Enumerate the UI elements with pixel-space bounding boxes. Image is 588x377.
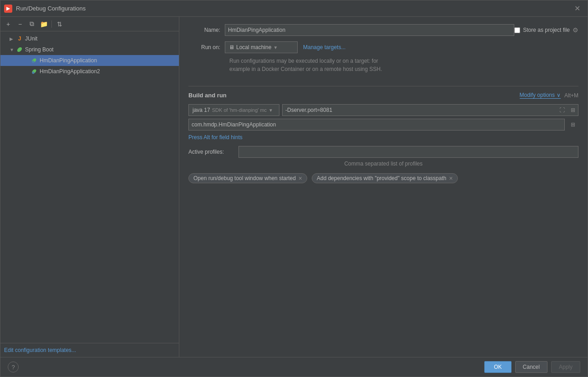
close-button[interactable]: ✕ — [571, 2, 584, 15]
add-config-button[interactable]: + — [3, 19, 13, 29]
main-class-input[interactable] — [188, 119, 565, 131]
java-dropdown-arrow-icon: ▼ — [269, 108, 273, 113]
main-content: + − ⧉ 📁 ⇅ ▶ J — [0, 17, 588, 357]
sidebar-item-hmdianping2[interactable]: HmDianPingApplication2 — [0, 66, 179, 77]
svg-point-4 — [32, 72, 35, 74]
sidebar-item-junit-label: JUnit — [25, 35, 37, 42]
action-buttons: OK Cancel Apply — [484, 361, 580, 373]
ok-button[interactable]: OK — [484, 361, 511, 373]
manage-targets-link[interactable]: Manage targets... — [303, 44, 345, 50]
local-machine-icon: 🖥 — [229, 44, 234, 50]
sort-button[interactable]: ⇅ — [55, 19, 65, 29]
store-project-checkbox[interactable] — [514, 27, 520, 33]
sidebar-item-junit[interactable]: ▶ J JUnit — [0, 33, 179, 44]
sidebar-footer: Edit configuration templates... — [0, 343, 179, 357]
run-on-label: Run on: — [188, 44, 225, 50]
run-on-value: Local machine — [236, 44, 271, 50]
profiles-hint: Comma separated list of profiles — [188, 161, 578, 167]
modify-options-chevron: ∨ — [557, 92, 561, 98]
copy-config-button[interactable]: ⧉ — [27, 19, 37, 29]
sidebar-item-springboot-label: Spring Boot — [25, 46, 54, 53]
junit-icon: J — [16, 35, 23, 42]
sidebar: + − ⧉ 📁 ⇅ ▶ J — [0, 17, 179, 357]
modify-options-button[interactable]: Modify options ∨ — [520, 92, 561, 99]
section-divider-1 — [188, 86, 578, 86]
main-class-row: ⊞ — [188, 119, 578, 131]
dialog-title: Run/Debug Configurations — [16, 5, 571, 12]
edit-templates-link[interactable]: Edit configuration templates... — [4, 347, 76, 353]
modify-options-label: Modify options — [520, 92, 555, 98]
help-button[interactable]: ? — [8, 362, 19, 372]
springboot-icon — [16, 46, 23, 53]
chevron-down-icon: ▼ — [10, 47, 15, 52]
tag-add-dependencies: Add dependencies with "provided" scope t… — [312, 173, 458, 183]
bottom-bar: ? OK Cancel Apply — [0, 357, 588, 377]
tag-add-dependencies-close[interactable]: × — [449, 175, 453, 181]
cancel-button[interactable]: Cancel — [515, 361, 547, 373]
store-project-row: Store as project file ⚙ — [514, 26, 578, 34]
sidebar-tree: ▶ J JUnit ▼ Spring Boot — [0, 31, 179, 343]
title-bar: ▶ Run/Debug Configurations ✕ — [0, 0, 588, 17]
sidebar-item-hmdianping2-label: HmDianPingApplication2 — [40, 68, 100, 75]
vm-options-input[interactable] — [282, 104, 578, 116]
active-profiles-row: Active profiles: — [188, 146, 578, 158]
tag-add-dependencies-label: Add dependencies with "provided" scope t… — [317, 175, 446, 181]
toolbar-separator — [51, 20, 52, 28]
tag-open-run-debug-close[interactable]: × — [299, 175, 302, 181]
store-project-gear-icon[interactable]: ⚙ — [573, 26, 578, 34]
build-run-title: Build and run — [188, 92, 227, 99]
sidebar-item-hmdianping-label: HmDianPingApplication — [40, 57, 97, 64]
app-icon: ▶ — [4, 5, 12, 13]
java-sdk-dropdown[interactable]: java 17 SDK of 'hm-dianping' mc ▼ — [188, 104, 279, 116]
vm-options-wrap: ⊞ ⛶ — [282, 104, 578, 116]
field-hint: Press Alt for field hints — [188, 134, 578, 141]
tag-open-run-debug: Open run/debug tool window when started … — [188, 173, 307, 183]
save-folder-button[interactable]: 📁 — [39, 19, 49, 29]
right-panel: Name: Store as project file ⚙ Run on: 🖥 … — [179, 17, 588, 357]
build-row1: java 17 SDK of 'hm-dianping' mc ▼ ⊞ ⛶ — [188, 104, 578, 116]
java-sdk-detail: SDK of 'hm-dianping' mc — [212, 107, 267, 113]
config-run2-icon — [30, 68, 38, 75]
run-on-row: Run on: 🖥 Local machine ▼ Manage targets… — [188, 41, 578, 53]
run-on-dropdown[interactable]: 🖥 Local machine ▼ — [225, 41, 298, 53]
sidebar-item-springboot[interactable]: ▼ Spring Boot — [0, 44, 179, 55]
config-run-icon — [30, 57, 38, 64]
name-label: Name: — [188, 27, 225, 33]
svg-point-0 — [16, 46, 23, 53]
vm-options-fullscreen-icon[interactable]: ⛶ — [557, 104, 568, 116]
build-run-header: Build and run Modify options ∨ Alt+M — [188, 92, 578, 100]
active-profiles-input[interactable] — [238, 146, 578, 158]
modify-options-shortcut: Alt+M — [564, 92, 578, 99]
run-debug-configurations-dialog: ▶ Run/Debug Configurations ✕ + − ⧉ 📁 — [0, 0, 588, 377]
main-class-expand-icon[interactable]: ⊞ — [568, 119, 578, 131]
store-project-label: Store as project file — [523, 27, 570, 33]
tags-row: Open run/debug tool window when started … — [188, 173, 578, 183]
sidebar-toolbar: + − ⧉ 📁 ⇅ — [0, 17, 179, 31]
java-sdk-label: java 17 — [193, 107, 210, 113]
run-hint-text: Run configurations may be executed local… — [229, 57, 578, 73]
name-store-row: Name: Store as project file ⚙ — [188, 24, 578, 36]
chevron-right-icon: ▶ — [10, 36, 15, 41]
vm-options-expand-icon[interactable]: ⊞ — [568, 104, 578, 116]
remove-config-button[interactable]: − — [15, 19, 25, 29]
active-profiles-label: Active profiles: — [188, 149, 238, 155]
sidebar-item-hmdianping[interactable]: HmDianPingApplication — [0, 55, 179, 66]
apply-button[interactable]: Apply — [551, 361, 580, 373]
tag-open-run-debug-label: Open run/debug tool window when started — [193, 175, 296, 181]
svg-point-2 — [32, 61, 35, 63]
name-input[interactable] — [225, 24, 514, 36]
dropdown-arrow-icon: ▼ — [273, 45, 278, 50]
